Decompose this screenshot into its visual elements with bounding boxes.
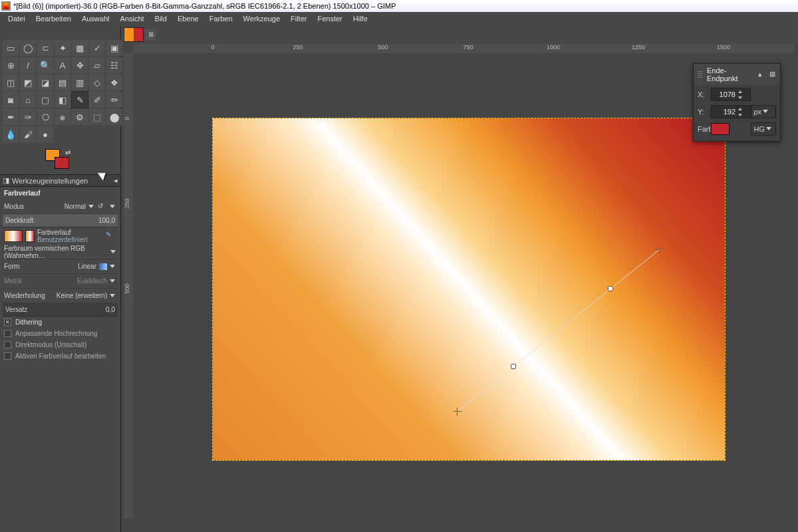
mode-dropdown[interactable]: Normal ↺ [65, 202, 116, 211]
tool-33[interactable]: ⬚ [89, 109, 105, 125]
endpoint-y-field[interactable] [712, 108, 737, 116]
ruler-v-label: 0 [124, 116, 130, 120]
tool-2[interactable]: ⊂ [37, 40, 53, 56]
tool-options-title: Werkzeugeinstellungen [12, 177, 88, 185]
tool-24[interactable]: ◧ [55, 92, 70, 108]
panel-collapse-icon[interactable]: ▴ [756, 70, 764, 78]
gradient-midpoint-handle[interactable] [511, 364, 516, 369]
spin-up-icon[interactable] [737, 106, 743, 112]
swap-colors-icon[interactable]: ⇄ [65, 149, 72, 156]
unit-dropdown[interactable]: px [751, 105, 777, 118]
tab-close-button[interactable]: ⊠ [146, 30, 156, 39]
tool-31[interactable]: ⎈ [55, 109, 70, 125]
tool-4[interactable]: ▦ [72, 40, 88, 56]
tool-13[interactable]: ☷ [106, 57, 122, 73]
tool-9[interactable]: 🔍 [37, 57, 53, 73]
chevron-down-icon [110, 249, 116, 255]
tool-22[interactable]: ⌂ [20, 92, 36, 108]
tool-6[interactable]: ▣ [106, 40, 122, 56]
menu-ansicht[interactable]: Ansicht [114, 13, 149, 24]
tool-23[interactable]: ▢ [37, 92, 53, 108]
tool-36[interactable]: 🖌 [20, 126, 36, 142]
panel-close-icon[interactable]: ⊠ [768, 70, 776, 78]
gradient-start-handle[interactable] [454, 408, 462, 416]
tool-27[interactable]: ✏ [106, 92, 122, 108]
tool-15[interactable]: ◩ [20, 74, 36, 90]
gradient-preview[interactable] [4, 230, 23, 242]
gradient-reverse-icon[interactable] [25, 230, 35, 242]
tool-21[interactable]: ◙ [3, 92, 19, 108]
tool-16[interactable]: ◪ [37, 74, 53, 90]
endpoint-color-swatch[interactable] [711, 123, 730, 135]
edit-active-checkbox[interactable]: Aktiven Farbverlauf bearbeiten [3, 350, 118, 362]
menu-filter[interactable]: Filter [285, 13, 312, 24]
endpoint-y-input[interactable] [711, 105, 751, 118]
tool-8[interactable]: / [20, 57, 36, 73]
menu-farben[interactable]: Farben [204, 13, 238, 24]
menu-fenster[interactable]: Fenster [312, 13, 347, 24]
tool-1[interactable]: ◯ [20, 40, 36, 56]
gradient-edit-icon[interactable]: ✎ [106, 231, 116, 241]
tool-5[interactable]: ✓ [89, 40, 105, 56]
app-icon [1, 1, 11, 11]
repeat-label: Wiederholung [4, 292, 45, 299]
tool-35[interactable]: 💧 [3, 126, 19, 142]
tool-11[interactable]: ✥ [72, 57, 88, 73]
supersample-checkbox[interactable]: Anpassende Hochrechnung [3, 328, 118, 339]
shape-dropdown[interactable]: Linear [78, 263, 116, 270]
tool-14[interactable]: ◫ [3, 74, 19, 90]
menu-werkzeuge[interactable]: Werkzeuge [238, 13, 285, 24]
opacity-slider[interactable]: Deckkraft 100,0 [3, 214, 118, 227]
tool-18[interactable]: ▥ [72, 74, 88, 90]
tool-17[interactable]: ▤ [55, 74, 70, 90]
instant-mode-checkbox[interactable]: Direktmodus (Umschalt) [3, 339, 118, 350]
menu-ebene[interactable]: Ebene [172, 13, 204, 24]
panel-menu-icon[interactable]: ◂ [114, 176, 118, 185]
menu-datei[interactable]: Datei [3, 13, 31, 24]
ruler-h-label: 1000 [547, 44, 560, 51]
menu-hilfe[interactable]: Hilfe [348, 13, 373, 24]
tool-34[interactable]: ⬤ [106, 109, 122, 125]
menu-bild[interactable]: Bild [150, 13, 172, 24]
gradient-end-handle[interactable] [656, 245, 664, 253]
ruler-h-label: 750 [463, 44, 473, 51]
spin-down-icon[interactable] [737, 94, 743, 100]
chevron-down-icon [110, 263, 116, 270]
image-canvas[interactable] [213, 118, 725, 460]
tool-19[interactable]: ◇ [89, 74, 105, 90]
tool-37[interactable]: ● [37, 126, 53, 142]
tool-29[interactable]: ✑ [20, 109, 36, 125]
gradient-stop-handle[interactable] [608, 286, 613, 291]
spin-down-icon[interactable] [737, 112, 743, 118]
menu-bearbeiten[interactable]: Bearbeiten [31, 13, 76, 24]
gradient-guide-line [213, 118, 725, 460]
toolbox-panel: ▭◯⊂✦▦✓▣⊕/🔍A✥▱☷◫◩◪▤▥◇❖◙⌂▢◧✎✐✏✒✑⎔⎈⚙⬚⬤💧🖌● ⇄… [0, 25, 121, 532]
spin-up-icon[interactable] [737, 88, 743, 94]
tool-0[interactable]: ▭ [3, 40, 19, 56]
panel-grip-icon[interactable] [698, 71, 703, 78]
endpoint-panel-title: Ende-Endpunkt [707, 66, 752, 82]
mode-reset-icon[interactable]: ↺ [98, 202, 107, 211]
tool-28[interactable]: ✒ [3, 109, 19, 125]
tool-20[interactable]: ❖ [106, 74, 122, 90]
dithering-checkbox[interactable]: Dithering [3, 317, 118, 328]
tool-30[interactable]: ⎔ [37, 109, 53, 125]
endpoint-x-field[interactable] [712, 90, 737, 98]
tool-32[interactable]: ⚙ [72, 109, 88, 125]
colorspace-row[interactable]: Farbraum vermischen RGB (Wahrnehm… [3, 245, 118, 259]
menu-auswahl[interactable]: Auswahl [76, 13, 115, 24]
tool-25[interactable]: ✎ [72, 92, 88, 108]
background-color-swatch[interactable] [55, 157, 69, 169]
endpoint-color-source-dropdown[interactable]: HG [751, 122, 777, 136]
metric-dropdown[interactable]: Euklidisch [77, 277, 116, 285]
offset-slider[interactable]: Versatz 0,0 [3, 303, 118, 317]
repeat-dropdown[interactable]: Keine (erweitern) [57, 292, 116, 299]
tool-3[interactable]: ✦ [55, 40, 70, 56]
tool-10[interactable]: A [55, 57, 70, 73]
tool-26[interactable]: ✐ [89, 92, 105, 108]
endpoint-x-input[interactable] [711, 88, 751, 101]
tool-7[interactable]: ⊕ [3, 57, 19, 73]
chevron-down-icon [110, 293, 116, 299]
tool-12[interactable]: ▱ [89, 57, 105, 73]
document-tab[interactable] [124, 27, 144, 42]
